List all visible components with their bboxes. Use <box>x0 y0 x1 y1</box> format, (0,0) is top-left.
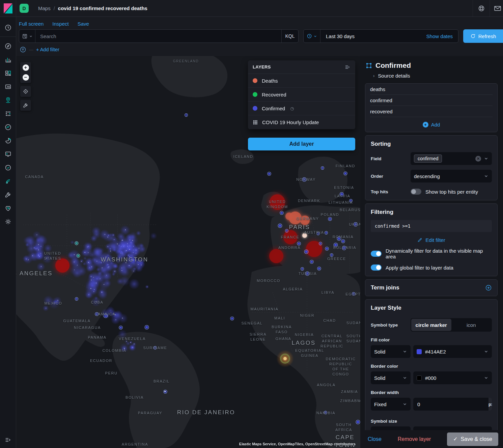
fill-color-mode-select[interactable]: Solid <box>371 345 411 358</box>
time-picker: Last 30 days Show dates <box>303 29 458 43</box>
kibana-logo-icon <box>4 3 12 13</box>
sorting-title: Sorting <box>371 141 492 147</box>
fit-to-data-button[interactable] <box>20 86 31 97</box>
border-width-unit: px <box>488 398 492 411</box>
border-color-picker[interactable]: #000 <box>413 371 492 384</box>
mail-icon[interactable] <box>490 0 503 17</box>
map-tools-button[interactable] <box>20 100 31 111</box>
kibana-logo[interactable] <box>0 0 16 17</box>
symbol-size-mode-select[interactable] <box>371 426 411 430</box>
check-icon: ✓ <box>453 436 457 442</box>
layer-label: Deaths <box>262 78 278 84</box>
zoom-in-button[interactable]: + <box>23 64 29 71</box>
machine-learning-icon[interactable] <box>0 107 16 120</box>
siem-icon[interactable] <box>0 134 16 147</box>
top-header: D Maps / covid 19 confirmed recovered de… <box>0 0 503 17</box>
border-width-input[interactable] <box>413 398 488 411</box>
close-button[interactable]: Close <box>368 436 382 442</box>
zoom-out-button[interactable]: − <box>23 74 29 81</box>
chevron-right-icon: › <box>373 73 374 78</box>
tools-icon <box>23 102 29 108</box>
map-controls: + − <box>20 62 31 111</box>
layer-row-recovered[interactable]: Recovered <box>248 88 355 102</box>
plus-icon: + <box>423 122 428 128</box>
source-details-toggle[interactable]: › Source details <box>373 73 497 79</box>
show-dates-link[interactable]: Show dates <box>426 33 458 39</box>
add-filter-link[interactable]: + Add filter <box>36 47 59 52</box>
filter-dash: — <box>29 47 33 52</box>
symbol-size-label: Symbol size <box>371 419 492 424</box>
graph-icon[interactable] <box>0 120 16 134</box>
canvas-icon[interactable] <box>0 80 16 93</box>
sort-order-select[interactable]: descending <box>411 170 492 183</box>
top-hits-label: Top hits <box>371 189 411 194</box>
uptime-icon[interactable] <box>0 161 16 174</box>
management-icon[interactable] <box>0 215 16 228</box>
symbol-type-circle-marker[interactable]: circle marker <box>411 319 451 331</box>
map-canvas-area[interactable]: GREENLANDCANADAICELANDFINLANDNORWAYESTON… <box>16 56 360 448</box>
layer-row-covid-19-hourly-update[interactable]: COVID 19 Hourly Update <box>248 115 355 129</box>
search-box: KQL <box>19 29 299 43</box>
crosshair-icon <box>23 88 29 94</box>
sort-field-combobox[interactable]: confirmed ✕ <box>411 152 492 165</box>
fill-color-picker[interactable]: #414AE2 <box>413 345 492 358</box>
discover-icon[interactable] <box>0 39 16 53</box>
search-input[interactable] <box>35 33 281 39</box>
clear-field-icon[interactable]: ✕ <box>475 156 481 162</box>
layer-style-title: Layer Style <box>371 305 492 311</box>
filter-query: confirmed >=1 <box>371 220 492 232</box>
apm-icon[interactable] <box>0 174 16 188</box>
chrome-action-bar: Full screen Inspect Save <box>16 17 503 29</box>
full-screen-link[interactable]: Full screen <box>19 21 44 27</box>
dashboard-icon[interactable] <box>0 66 16 80</box>
layer-row-deaths[interactable]: Deaths <box>248 74 355 88</box>
add-layer-button[interactable]: Add layer <box>248 138 355 150</box>
console-icon[interactable] <box>0 147 16 161</box>
dynamic-filter-toggle[interactable] <box>371 251 382 257</box>
remove-layer-button[interactable]: Remove layer <box>398 436 431 442</box>
symbol-size-control[interactable] <box>413 426 492 430</box>
save-and-close-button[interactable]: ✓ Save & close <box>447 432 498 446</box>
chevron-down-icon <box>29 34 33 38</box>
field-row-recovered[interactable]: recovered <box>370 106 493 117</box>
border-color-mode-select[interactable]: Solid <box>371 371 411 384</box>
monitoring-icon[interactable] <box>0 201 16 215</box>
maps-icon[interactable] <box>0 93 16 107</box>
inspect-link[interactable]: Inspect <box>52 21 68 27</box>
border-width-mode-select[interactable]: Fixed <box>371 398 411 411</box>
refresh-button[interactable]: Refresh <box>463 29 503 43</box>
symbol-type-icon[interactable]: icon <box>451 319 492 331</box>
layer-row-confirmed[interactable]: Confirmed◷ <box>248 102 355 115</box>
map-attribution: Elastic Maps Service, OpenMapTiles, Open… <box>239 442 356 446</box>
field-row-confirmed[interactable]: confirmed <box>370 95 493 106</box>
filter-icon[interactable] <box>20 46 26 53</box>
edit-filter-button[interactable]: Edit filter <box>371 237 492 243</box>
symbol-type-group: circle marker icon <box>411 318 492 332</box>
saved-query-button[interactable] <box>19 30 35 43</box>
layer-pending-icon: ◷ <box>290 106 294 111</box>
time-range-value[interactable]: Last 30 days <box>320 33 355 39</box>
field-row-deaths[interactable]: deaths <box>370 84 493 95</box>
help-icon[interactable] <box>473 0 490 17</box>
global-filter-toggle[interactable] <box>371 264 382 271</box>
sort-field-chip: confirmed <box>414 155 442 163</box>
breadcrumb-maps[interactable]: Maps <box>38 5 51 11</box>
breadcrumb-separator: / <box>54 5 55 11</box>
visualize-icon[interactable] <box>0 53 16 66</box>
dev-tools-icon[interactable] <box>0 188 16 201</box>
add-term-join-icon[interactable] <box>485 284 492 291</box>
collapse-layers-icon[interactable] <box>344 64 351 70</box>
time-picker-clock-button[interactable] <box>304 30 320 43</box>
save-query-icon <box>22 33 28 39</box>
collapse-nav-icon[interactable] <box>0 433 16 447</box>
global-filter-label: Apply global filter to layer data <box>386 265 453 271</box>
layer-settings-scroll: Confirmed › Source details deathsconfirm… <box>360 56 503 430</box>
kql-button[interactable]: KQL <box>281 30 298 43</box>
top-hits-toggle[interactable] <box>411 189 421 195</box>
save-link[interactable]: Save <box>78 21 89 27</box>
dynamic-filter-label: Dynamically filter for data in the visib… <box>386 248 492 259</box>
add-field-button[interactable]: + Add <box>370 117 493 132</box>
recently-viewed-icon[interactable] <box>0 21 16 34</box>
clock-icon <box>307 33 312 39</box>
space-badge[interactable]: D <box>20 4 29 13</box>
